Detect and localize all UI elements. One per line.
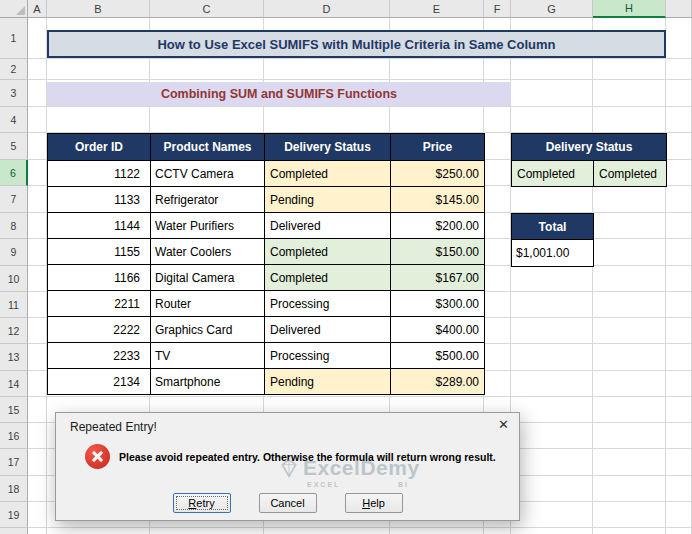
gridline bbox=[592, 18, 593, 534]
column-header-overflow[interactable] bbox=[666, 0, 692, 18]
product-cell[interactable]: Smartphone bbox=[151, 369, 265, 395]
corner-triangle-icon bbox=[16, 6, 25, 15]
status-cell[interactable]: Pending bbox=[265, 369, 391, 395]
status-cell[interactable]: Delivered bbox=[265, 213, 391, 239]
gridline bbox=[665, 18, 666, 534]
status-cell[interactable]: Completed bbox=[265, 161, 391, 187]
order-id-cell[interactable]: 2134 bbox=[48, 369, 151, 395]
row-header-11[interactable]: 11 bbox=[0, 292, 28, 318]
retry-button[interactable]: Retry bbox=[173, 493, 231, 513]
row-header-10[interactable]: 10 bbox=[0, 266, 28, 292]
row-header-7[interactable]: 7 bbox=[0, 186, 28, 213]
row-header-16[interactable]: 16 bbox=[0, 423, 28, 449]
product-cell[interactable]: Graphics Card bbox=[151, 317, 265, 343]
order-id-cell[interactable]: 2233 bbox=[48, 343, 151, 369]
row-header-8[interactable]: 8 bbox=[0, 213, 28, 239]
help-button[interactable]: Help bbox=[345, 493, 403, 513]
row-header-3[interactable]: 3 bbox=[0, 80, 28, 107]
order-id-cell[interactable]: 1122 bbox=[48, 161, 151, 187]
column-header-B[interactable]: B bbox=[47, 0, 150, 18]
status-cell[interactable]: Pending bbox=[265, 187, 391, 213]
criteria-cell-h6-selected[interactable]: Completed bbox=[594, 161, 667, 187]
gridline bbox=[28, 527, 692, 528]
price-cell[interactable]: $200.00 bbox=[391, 213, 485, 239]
criteria-block: Delivery Status Completed Completed bbox=[511, 133, 667, 187]
price-cell[interactable]: $167.00 bbox=[391, 265, 485, 291]
column-header-D[interactable]: D bbox=[264, 0, 390, 18]
row-header-2[interactable]: 2 bbox=[0, 59, 28, 80]
order-id-cell[interactable]: 2211 bbox=[48, 291, 151, 317]
price-cell[interactable]: $150.00 bbox=[391, 239, 485, 265]
row-header-4[interactable]: 4 bbox=[0, 107, 28, 133]
status-cell[interactable]: Completed bbox=[265, 239, 391, 265]
data-table: Order ID Product Names Delivery Status P… bbox=[47, 133, 485, 395]
table-header-product-names: Product Names bbox=[151, 134, 265, 161]
column-header-H[interactable]: H bbox=[593, 0, 666, 18]
row-header-19[interactable]: 19 bbox=[0, 502, 28, 528]
price-cell[interactable]: $289.00 bbox=[391, 369, 485, 395]
product-cell[interactable]: CCTV Camera bbox=[151, 161, 265, 187]
criteria-header: Delivery Status bbox=[512, 134, 667, 161]
product-cell[interactable]: Digital Camera bbox=[151, 265, 265, 291]
product-cell[interactable]: Router bbox=[151, 291, 265, 317]
row-header-1[interactable]: 1 bbox=[0, 18, 28, 59]
row-header-14[interactable]: 14 bbox=[0, 371, 28, 397]
excel-window: ABCDEFGH 12345678910111213141516171819 H… bbox=[0, 0, 692, 534]
total-block: Total $1,001.00 bbox=[511, 213, 594, 267]
row-header-15[interactable]: 15 bbox=[0, 397, 28, 423]
row-header-9[interactable]: 9 bbox=[0, 239, 28, 266]
table-header-price: Price bbox=[391, 134, 485, 161]
cancel-button[interactable]: Cancel bbox=[259, 493, 317, 513]
gridline bbox=[28, 396, 692, 397]
price-cell[interactable]: $145.00 bbox=[391, 187, 485, 213]
product-cell[interactable]: Refrigerator bbox=[151, 187, 265, 213]
price-cell[interactable]: $300.00 bbox=[391, 291, 485, 317]
table-header-order-id: Order ID bbox=[48, 134, 151, 161]
column-header-E[interactable]: E bbox=[390, 0, 484, 18]
row-header-12[interactable]: 12 bbox=[0, 318, 28, 344]
select-all-corner[interactable] bbox=[0, 0, 28, 18]
row-header-5[interactable]: 5 bbox=[0, 133, 28, 160]
row-header-6[interactable]: 6 bbox=[0, 160, 28, 186]
column-header-C[interactable]: C bbox=[150, 0, 264, 18]
error-icon bbox=[85, 444, 110, 469]
gridline bbox=[28, 106, 692, 107]
column-header-F[interactable]: F bbox=[484, 0, 511, 18]
order-id-cell[interactable]: 1133 bbox=[48, 187, 151, 213]
price-cell[interactable]: $400.00 bbox=[391, 317, 485, 343]
repeated-entry-dialog: Repeated Entry! ✕ Please avoid repeated … bbox=[55, 412, 520, 521]
dialog-buttons: Retry Cancel Help bbox=[56, 493, 519, 513]
row-header-17[interactable]: 17 bbox=[0, 449, 28, 476]
gridline bbox=[28, 58, 692, 59]
column-header-A[interactable]: A bbox=[28, 0, 47, 18]
criteria-cell-g6[interactable]: Completed bbox=[512, 161, 594, 187]
gridline bbox=[28, 79, 692, 80]
order-id-cell[interactable]: 2222 bbox=[48, 317, 151, 343]
row-header-13[interactable]: 13 bbox=[0, 344, 28, 371]
dialog-title: Repeated Entry! bbox=[70, 420, 157, 434]
product-cell[interactable]: Water Coolers bbox=[151, 239, 265, 265]
close-icon[interactable]: ✕ bbox=[498, 417, 509, 432]
price-cell[interactable]: $250.00 bbox=[391, 161, 485, 187]
status-cell[interactable]: Processing bbox=[265, 343, 391, 369]
status-cell[interactable]: Processing bbox=[265, 291, 391, 317]
price-cell[interactable]: $500.00 bbox=[391, 343, 485, 369]
product-cell[interactable]: Water Purifiers bbox=[151, 213, 265, 239]
dialog-message: Please avoid repeated entry. Otherwise t… bbox=[119, 451, 496, 463]
status-cell[interactable]: Completed bbox=[265, 265, 391, 291]
table-header-delivery-status: Delivery Status bbox=[265, 134, 391, 161]
main-title-cell: How to Use Excel SUMIFS with Multiple Cr… bbox=[47, 30, 666, 58]
order-id-cell[interactable]: 1144 bbox=[48, 213, 151, 239]
product-cell[interactable]: TV bbox=[151, 343, 265, 369]
order-id-cell[interactable]: 1155 bbox=[48, 239, 151, 265]
total-value-cell[interactable]: $1,001.00 bbox=[512, 240, 594, 267]
order-id-cell[interactable]: 1166 bbox=[48, 265, 151, 291]
dialog-body: Please avoid repeated entry. Otherwise t… bbox=[85, 444, 509, 469]
row-header-18[interactable]: 18 bbox=[0, 476, 28, 502]
subtitle-cell: Combining SUM and SUMIFS Functions bbox=[47, 82, 511, 106]
column-header-G[interactable]: G bbox=[511, 0, 593, 18]
status-cell[interactable]: Delivered bbox=[265, 317, 391, 343]
total-header: Total bbox=[512, 214, 594, 240]
